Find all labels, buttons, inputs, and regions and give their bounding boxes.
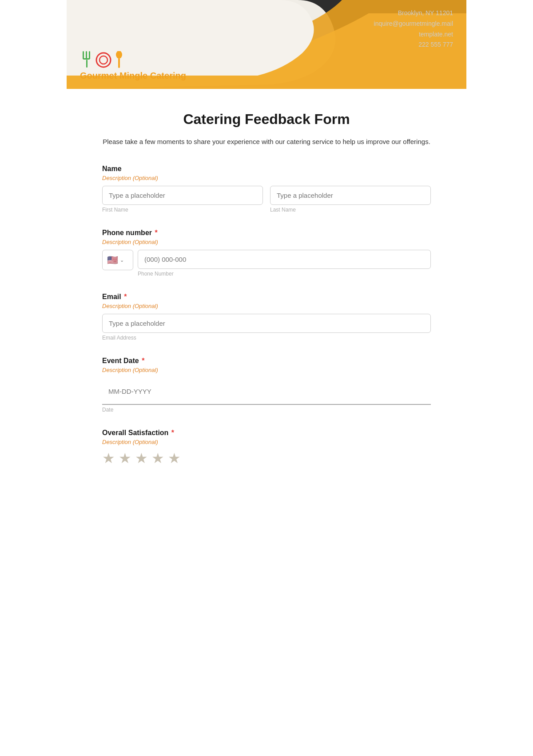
phone-country-select[interactable]: 🇺🇸 ⌄ xyxy=(102,250,133,270)
star-1[interactable]: ★ xyxy=(102,450,115,467)
svg-point-8 xyxy=(116,51,122,59)
phone-label: Phone number * xyxy=(102,229,431,237)
name-section: Name Description (Optional) First Name L… xyxy=(102,165,431,213)
email-description: Description (Optional) xyxy=(102,303,431,309)
email-note: Email Address xyxy=(102,335,431,341)
logo-area: Gourmet Mingle Catering xyxy=(80,51,186,81)
star-2[interactable]: ★ xyxy=(119,450,131,467)
email-section: Email * Description (Optional) Email Add… xyxy=(102,293,431,341)
header: Gourmet Mingle Catering Brooklyn, NY 112… xyxy=(67,0,466,89)
first-name-note: First Name xyxy=(102,207,263,213)
svg-rect-4 xyxy=(83,58,90,60)
stars-row: ★ ★ ★ ★ ★ xyxy=(102,450,431,467)
svg-rect-1 xyxy=(83,51,84,59)
svg-point-7 xyxy=(99,56,107,64)
contact-address: Brooklyn, NY 11201 xyxy=(374,8,453,19)
star-4[interactable]: ★ xyxy=(151,450,164,467)
satisfaction-label: Overall Satisfaction * xyxy=(102,429,431,437)
email-input[interactable] xyxy=(102,314,431,333)
contact-phone: 222 555 777 xyxy=(374,40,453,50)
plate-icon xyxy=(95,51,111,69)
phone-row: 🇺🇸 ⌄ Phone Number xyxy=(102,250,431,277)
event-date-input[interactable] xyxy=(102,382,431,400)
svg-rect-5 xyxy=(86,60,88,68)
email-required: * xyxy=(122,293,127,300)
event-date-note: Date xyxy=(102,407,431,413)
name-label: Name xyxy=(102,165,431,173)
event-date-description: Description (Optional) xyxy=(102,367,431,373)
main-content: Catering Feedback Form Please take a few… xyxy=(67,89,466,509)
svg-rect-2 xyxy=(86,51,87,59)
last-name-col: Last Name xyxy=(270,186,431,213)
date-field-wrap xyxy=(102,378,431,405)
logo-icon xyxy=(80,51,125,69)
chevron-down-icon: ⌄ xyxy=(120,257,124,263)
name-description: Description (Optional) xyxy=(102,175,431,181)
event-date-label: Event Date * xyxy=(102,357,431,365)
svg-rect-3 xyxy=(89,51,90,59)
form-subtitle: Please take a few moments to share your … xyxy=(102,136,431,147)
last-name-note: Last Name xyxy=(270,207,431,213)
satisfaction-section: Overall Satisfaction * Description (Opti… xyxy=(102,429,431,467)
satisfaction-description: Description (Optional) xyxy=(102,439,431,445)
contact-info: Brooklyn, NY 11201 inquire@gourmetmingle… xyxy=(374,8,453,50)
phone-section: Phone number * Description (Optional) 🇺🇸… xyxy=(102,229,431,277)
star-3[interactable]: ★ xyxy=(135,450,148,467)
phone-required: * xyxy=(153,229,158,236)
svg-point-6 xyxy=(96,53,111,67)
svg-rect-9 xyxy=(118,58,120,68)
star-5[interactable]: ★ xyxy=(168,450,181,467)
us-flag-icon: 🇺🇸 xyxy=(107,255,118,265)
form-title: Catering Feedback Form xyxy=(102,111,431,128)
spoon-icon xyxy=(113,51,125,69)
contact-email: inquire@gourmetmingle.mail xyxy=(374,19,453,29)
last-name-input[interactable] xyxy=(270,186,431,205)
name-input-row: First Name Last Name xyxy=(102,186,431,213)
email-label: Email * xyxy=(102,293,431,301)
phone-description: Description (Optional) xyxy=(102,239,431,245)
event-date-section: Event Date * Description (Optional) Date xyxy=(102,357,431,413)
phone-note: Phone Number xyxy=(138,271,431,277)
company-name: Gourmet Mingle Catering xyxy=(80,71,186,81)
phone-input-wrap: Phone Number xyxy=(138,250,431,277)
phone-input[interactable] xyxy=(138,250,431,269)
fork-icon xyxy=(80,51,94,69)
first-name-col: First Name xyxy=(102,186,263,213)
contact-website: template.net xyxy=(374,29,453,40)
first-name-input[interactable] xyxy=(102,186,263,205)
event-date-required: * xyxy=(140,357,145,364)
satisfaction-required: * xyxy=(169,429,174,436)
